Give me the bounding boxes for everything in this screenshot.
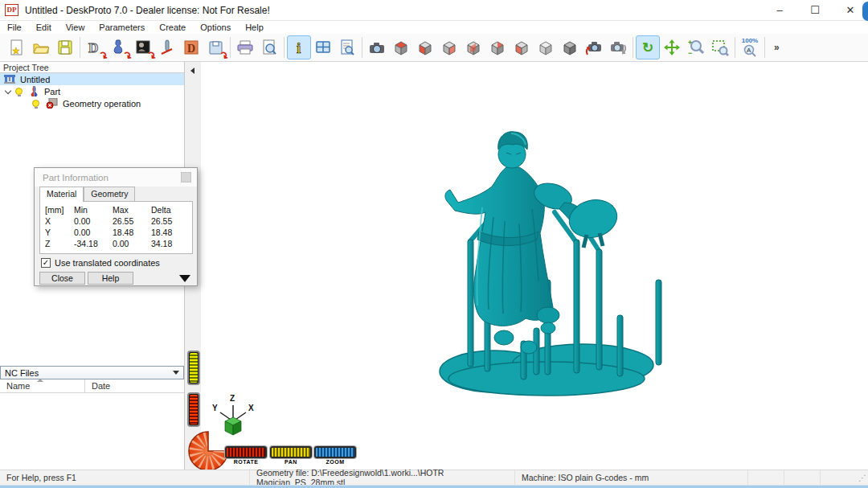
help-dialog-button[interactable]: Help — [88, 272, 133, 285]
view-corner-cube-icon — [489, 39, 506, 56]
column-header-date[interactable]: Date — [84, 379, 184, 392]
wizard-ncfile-button[interactable]: ↷ — [203, 35, 227, 59]
model-magician[interactable] — [426, 113, 667, 410]
snapshot-button[interactable] — [365, 35, 389, 59]
view-perspective-cube-icon — [561, 39, 579, 56]
wizard-part-button[interactable]: ↷ — [107, 35, 131, 59]
menu-file[interactable]: File — [0, 23, 29, 32]
z-min: -34.18 — [74, 239, 113, 249]
wizard-deskproto-button[interactable]: D — [179, 35, 203, 59]
new-file-button[interactable]: ★ — [5, 35, 29, 59]
view-iso-cube-icon — [537, 39, 555, 56]
menu-create[interactable]: Create — [152, 23, 193, 32]
toolbar-overflow-button[interactable]: » — [774, 42, 780, 53]
zoom-100-icon: A — [743, 44, 756, 57]
menu-parameters[interactable]: Parameters — [92, 23, 152, 32]
sort-caret-icon — [37, 379, 43, 382]
wizard-deskproto-icon: D — [182, 39, 200, 56]
rotate-view-camera-button[interactable] — [582, 35, 606, 59]
geometry-operation-icon — [46, 98, 58, 109]
menu-edit[interactable]: Edit — [29, 23, 59, 32]
print-preview-button[interactable] — [257, 35, 281, 59]
pan-gauge-bar — [270, 446, 312, 458]
dialog-expand-icon[interactable] — [179, 275, 190, 282]
dialog-corner-box — [181, 172, 191, 182]
print-button[interactable] — [233, 35, 257, 59]
row-y-label: Y — [45, 228, 74, 238]
tree-item-label: Geometry operation — [63, 99, 141, 109]
x-delta: 26.55 — [151, 216, 189, 227]
status-machine: Machine: ISO plain G-codes - mm — [514, 470, 747, 485]
tree-item-untitled[interactable]: Untitled — [0, 73, 184, 85]
col-header-min: Min — [74, 205, 113, 215]
visibility-bulb-icon[interactable] — [32, 100, 39, 107]
minimize-button[interactable]: – — [762, 0, 797, 21]
row-z-label: Z — [45, 239, 74, 249]
collapse-panel-button[interactable] — [187, 65, 197, 76]
part-information-dialog: Part Information Material Geometry [mm] … — [34, 167, 198, 286]
use-translated-coordinates-checkbox[interactable]: ✓ — [41, 258, 51, 268]
view-left-button[interactable] — [510, 35, 534, 59]
wizard-cutter-icon — [158, 39, 176, 56]
report-icon — [338, 39, 356, 56]
wizard-cutter-button[interactable] — [155, 35, 179, 59]
window-layout-icon — [314, 39, 332, 56]
rotate-gauge-label: ROTATE — [225, 459, 267, 465]
zoom-window-button[interactable] — [708, 35, 732, 59]
maximize-button[interactable]: ☐ — [797, 0, 833, 21]
info-button[interactable]: i — [287, 35, 311, 59]
rotate-dial[interactable] — [186, 431, 230, 470]
rotate-mode-button[interactable]: ↻ — [636, 35, 660, 59]
close-dialog-button[interactable]: Close — [39, 272, 85, 285]
column-header-name[interactable]: Name — [0, 379, 84, 392]
view-top-cube-icon — [392, 39, 410, 56]
report-button[interactable] — [335, 35, 359, 59]
visibility-bulb-icon[interactable] — [15, 88, 23, 95]
tree-item-part[interactable]: Part — [0, 85, 184, 97]
zoom-in-out-icon: +− — [687, 39, 705, 56]
checkbox-label: Use translated coordinates — [55, 258, 160, 268]
wizard-geometry-button[interactable]: D↷ — [83, 35, 107, 59]
view-right-button[interactable] — [437, 35, 461, 59]
tree-item-geometry-operation[interactable]: Geometry operation — [0, 97, 184, 109]
nc-files-list — [0, 393, 184, 469]
y-delta: 18.48 — [151, 228, 189, 238]
zoom-100-button[interactable]: 100% A — [738, 35, 762, 59]
view-top-button[interactable] — [389, 35, 413, 59]
vertical-gauge-yellow[interactable] — [187, 351, 200, 385]
window-layout-button[interactable] — [311, 35, 335, 59]
y-max: 18.48 — [113, 228, 151, 238]
pan-view-camera-button[interactable] — [606, 35, 630, 59]
part-icon — [30, 86, 39, 96]
zoom-gauge[interactable]: ZOOM — [314, 446, 356, 465]
viewport-3d[interactable]: ROTATE PAN ZOOM Z Y X — [201, 62, 868, 470]
menu-help[interactable]: Help — [238, 23, 271, 32]
tab-geometry[interactable]: Geometry — [84, 187, 135, 201]
chevron-down-icon[interactable] — [5, 87, 11, 93]
zoom-mode-button[interactable]: +− — [684, 35, 708, 59]
status-geometry-file: Geometry file: D:\Freedesignwold\1.worki… — [249, 470, 514, 485]
rotate-gauge[interactable]: ROTATE — [225, 446, 267, 465]
toolbar-separator — [362, 37, 362, 58]
menu-view[interactable]: View — [59, 23, 92, 32]
view-back-button[interactable] — [461, 35, 485, 59]
open-button[interactable] — [29, 35, 53, 59]
view-front-button[interactable] — [413, 35, 437, 59]
status-cell-empty — [820, 470, 858, 485]
coordinates-table: [mm] Min Max Delta X 0.00 26.55 26.55 Y … — [39, 201, 193, 254]
menu-options[interactable]: Options — [193, 23, 238, 32]
pan-mode-button[interactable] — [660, 35, 684, 59]
status-help-text: For Help, press F1 — [0, 470, 249, 485]
print-preview-icon — [260, 39, 278, 56]
view-perspective-button[interactable] — [558, 35, 582, 59]
vertical-gauge-red[interactable] — [187, 392, 200, 427]
view-corner-button[interactable] — [485, 35, 510, 59]
wizard-bitmap-button[interactable]: ↷ — [131, 35, 155, 59]
nc-files-dropdown[interactable]: NC Files — [0, 366, 184, 379]
tab-material[interactable]: Material — [39, 187, 84, 202]
print-icon — [236, 39, 254, 56]
save-button[interactable] — [53, 35, 77, 59]
pan-gauge[interactable]: PAN — [270, 446, 312, 465]
resize-grip-icon[interactable]: ⋰ — [858, 474, 868, 482]
view-iso-button[interactable] — [534, 35, 558, 59]
